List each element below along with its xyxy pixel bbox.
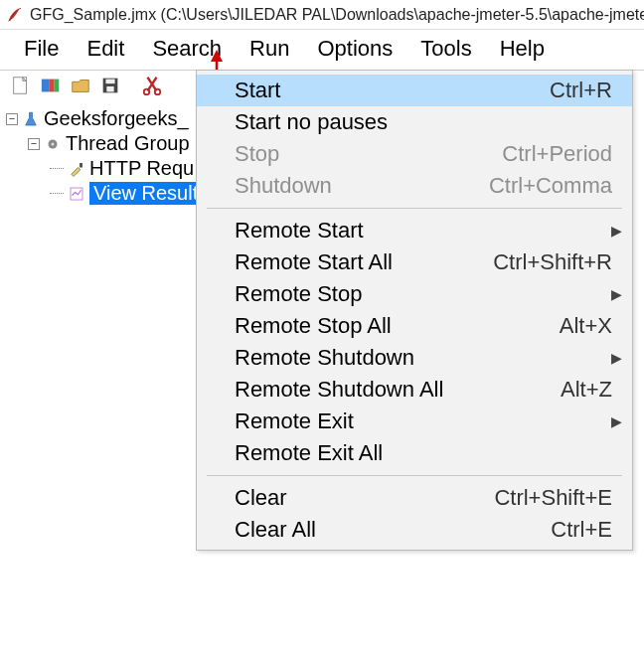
- svg-rect-6: [106, 86, 113, 92]
- menu-options[interactable]: Options: [303, 34, 406, 66]
- collapse-icon[interactable]: −: [28, 138, 40, 150]
- menu-item-label: Start no pauses: [235, 109, 612, 135]
- menu-item-remote-stop-all[interactable]: Remote Stop All Alt+X: [197, 310, 632, 342]
- menu-item-label: Remote Start All: [235, 249, 493, 275]
- menu-item-label: Remote Shutdown All: [235, 377, 561, 403]
- menu-item-shortcut: Ctrl+Shift+E: [494, 485, 612, 511]
- menu-item-label: Stop: [235, 141, 502, 167]
- menu-edit[interactable]: Edit: [73, 34, 138, 66]
- tree-label: HTTP Requ: [89, 157, 194, 180]
- menu-item-start[interactable]: Start Ctrl+R: [197, 75, 632, 106]
- menu-item-shortcut: Alt+Z: [561, 377, 612, 403]
- svg-rect-11: [80, 163, 82, 168]
- gear-icon: [44, 135, 62, 153]
- svg-rect-5: [105, 80, 114, 84]
- cut-icon[interactable]: [139, 73, 165, 98]
- results-icon: [68, 185, 85, 203]
- menu-item-label: Clear: [235, 485, 494, 511]
- save-icon[interactable]: [97, 73, 123, 98]
- svg-point-7: [144, 89, 150, 95]
- menu-item-shortcut: Ctrl+Period: [502, 141, 612, 167]
- svg-point-10: [52, 142, 55, 145]
- menu-item-shortcut: Ctrl+R: [550, 78, 612, 103]
- menu-tools[interactable]: Tools: [406, 34, 485, 66]
- menu-search[interactable]: Search: [138, 34, 236, 66]
- menu-separator: [207, 208, 622, 209]
- submenu-arrow-icon: ▶: [611, 286, 622, 302]
- menu-help[interactable]: Help: [486, 34, 559, 66]
- tree-label: View Results: [89, 182, 212, 205]
- beaker-icon: [22, 110, 40, 128]
- svg-rect-3: [55, 80, 60, 92]
- tree-connector-icon: [50, 168, 64, 169]
- menu-item-label: Remote Exit All: [235, 440, 612, 466]
- templates-icon[interactable]: [38, 73, 64, 98]
- menu-item-label: Remote Stop All: [235, 313, 560, 339]
- tree-connector-icon: [50, 193, 64, 194]
- menu-item-remote-shutdown[interactable]: Remote Shutdown ▶: [197, 342, 632, 374]
- menu-item-label: Remote Start: [235, 218, 612, 244]
- menu-item-shortcut: Alt+X: [560, 313, 612, 339]
- titlebar: GFG_Sample.jmx (C:\Users\JILEDAR PAL\Dow…: [0, 0, 644, 30]
- menu-item-remote-start-all[interactable]: Remote Start All Ctrl+Shift+R: [197, 246, 632, 278]
- menu-item-clear[interactable]: Clear Ctrl+Shift+E: [197, 482, 632, 514]
- menu-run[interactable]: Run: [236, 34, 303, 66]
- menu-separator: [207, 475, 622, 476]
- menu-item-clear-all[interactable]: Clear All Ctrl+E: [197, 514, 632, 546]
- submenu-arrow-icon: ▶: [611, 413, 622, 429]
- menu-file[interactable]: File: [10, 34, 73, 66]
- run-dropdown-menu: Start Ctrl+R Start no pauses Stop Ctrl+P…: [196, 70, 633, 551]
- svg-rect-1: [42, 80, 49, 92]
- menu-item-label: Start: [235, 78, 550, 103]
- tree-label: Geeksforgeeks_: [44, 107, 189, 130]
- pipette-icon: [68, 160, 85, 178]
- menu-item-label: Shutdown: [235, 173, 489, 199]
- submenu-arrow-icon: ▶: [611, 350, 622, 366]
- menu-item-remote-stop[interactable]: Remote Stop ▶: [197, 278, 632, 310]
- menu-item-stop: Stop Ctrl+Period: [197, 138, 632, 170]
- window-title: GFG_Sample.jmx (C:\Users\JILEDAR PAL\Dow…: [30, 6, 644, 24]
- svg-rect-2: [49, 80, 55, 92]
- menu-item-label: Remote Stop: [235, 281, 612, 307]
- menu-item-shortcut: Ctrl+Shift+R: [493, 249, 612, 275]
- new-file-icon[interactable]: [8, 73, 34, 98]
- menu-item-label: Remote Exit: [235, 408, 612, 434]
- menu-item-remote-start[interactable]: Remote Start ▶: [197, 215, 632, 246]
- menu-item-remote-exit[interactable]: Remote Exit ▶: [197, 406, 632, 437]
- menu-item-remote-shutdown-all[interactable]: Remote Shutdown All Alt+Z: [197, 374, 632, 406]
- open-icon[interactable]: [68, 73, 93, 98]
- menu-item-start-no-pauses[interactable]: Start no pauses: [197, 106, 632, 138]
- menu-item-shortcut: Ctrl+E: [551, 517, 612, 543]
- app-icon: [6, 6, 24, 24]
- menu-item-shutdown: Shutdown Ctrl+Comma: [197, 170, 632, 202]
- svg-point-8: [155, 89, 161, 95]
- menu-item-label: Remote Shutdown: [235, 345, 612, 371]
- menubar: File Edit Search Run Options Tools Help: [0, 30, 644, 70]
- menu-item-remote-exit-all[interactable]: Remote Exit All: [197, 437, 632, 469]
- collapse-icon[interactable]: −: [6, 113, 18, 125]
- menu-item-shortcut: Ctrl+Comma: [489, 173, 612, 199]
- tree-label: Thread Group: [66, 132, 190, 155]
- menu-item-label: Clear All: [235, 517, 551, 543]
- submenu-arrow-icon: ▶: [611, 223, 622, 239]
